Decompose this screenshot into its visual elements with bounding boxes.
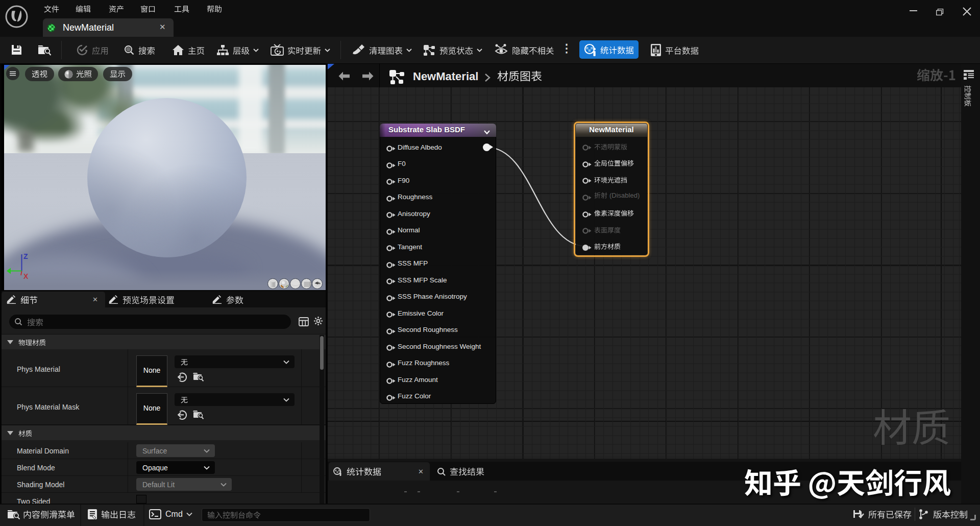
svg-text:Z: Z (23, 252, 28, 260)
svg-text:X: X (23, 272, 29, 280)
